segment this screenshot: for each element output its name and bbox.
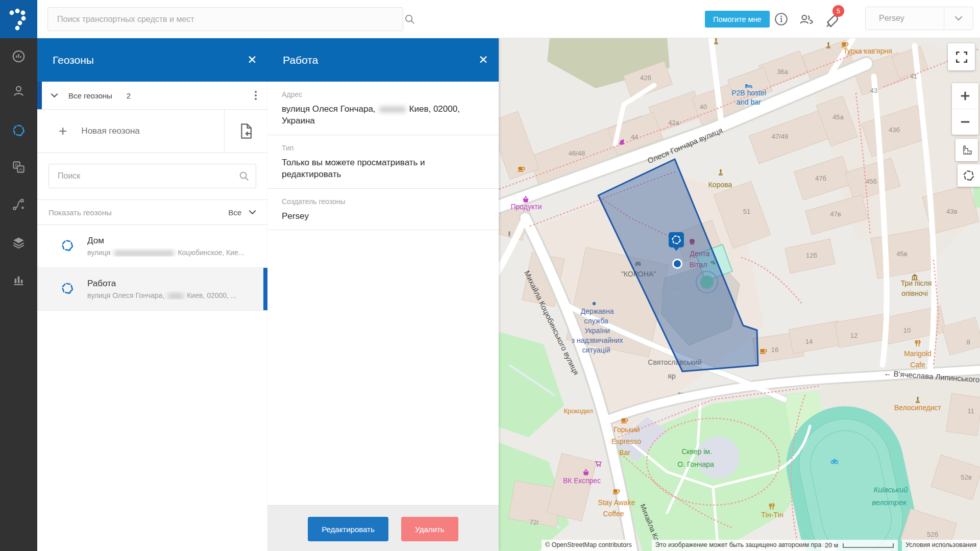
sidebar-item-reports[interactable] [8, 269, 29, 290]
plus-icon [960, 90, 971, 102]
map-label: 12б [806, 252, 817, 259]
chevron-down-icon[interactable] [51, 91, 58, 100]
map-label: Cafe [910, 361, 925, 369]
measure-tool-button[interactable] [955, 139, 978, 161]
map-label: 47б [815, 174, 826, 182]
map-label: Київський [873, 485, 908, 494]
account-dropdown[interactable]: Persey [865, 7, 973, 30]
map-label: ВК Експрес [563, 477, 601, 485]
geofence-name: Работа [87, 279, 251, 289]
delete-button[interactable]: Удалить [401, 517, 458, 541]
redacted-address-segment [168, 293, 183, 299]
geofence-list-item-rabota[interactable]: Работа вулиця Олеся Гончара,Киев, 02000,… [37, 268, 267, 311]
map-label: Espresso [611, 437, 642, 445]
map-label: ситуацій [582, 346, 610, 354]
geofence-search-input[interactable] [49, 164, 256, 188]
map-label: 10 [903, 327, 911, 334]
map-label: Турка кав'ярня [843, 47, 892, 55]
sidebar-item-geofences[interactable] [8, 120, 29, 141]
show-geofences-filter[interactable]: Показать геозоны Все [37, 199, 267, 225]
map-label: служба [584, 317, 608, 325]
kebab-menu-icon[interactable] [244, 91, 267, 100]
close-icon[interactable]: ✕ [237, 53, 267, 67]
geofence-address: вулиця Олеся Гончара,Киев, 02000, ... [87, 291, 251, 299]
map-canvas[interactable]: Олеся Гончара вулицяМихайла Коцюбинськог… [499, 38, 980, 551]
fullscreen-button[interactable] [948, 43, 975, 70]
map-label: 40 [700, 103, 707, 111]
redacted-address-segment [379, 107, 406, 112]
group-count: 2 [127, 91, 244, 100]
layers-icon [12, 236, 26, 249]
copyright-notice: Это изображение может быть защищено авто… [652, 540, 836, 551]
sidebar-item-dashboard[interactable] [8, 46, 29, 67]
map-label: 47/49 [772, 133, 789, 140]
map-label: 43в [946, 208, 957, 215]
minus-icon [960, 116, 971, 128]
global-search-input[interactable] [48, 8, 403, 31]
route-icon [12, 197, 26, 211]
map-label: Крокодил [564, 407, 593, 415]
map-label: 72г [529, 518, 539, 526]
new-geofence-button[interactable]: + Новая геозона [37, 110, 224, 153]
sidebar-item-tasks[interactable]: B A [8, 157, 29, 178]
map-label: велотрек [872, 498, 907, 507]
map-label: з надзвичайних [571, 336, 623, 344]
sidebar-item-routes[interactable] [8, 194, 29, 215]
geofence-hexagon-icon [60, 281, 75, 297]
map-label: 46/48 [569, 149, 585, 157]
map-label: 45б [866, 178, 877, 185]
map-label: Велосипедист [894, 404, 942, 412]
zoom-controls [952, 83, 978, 135]
geofences-panel-header: Геозоны ✕ [37, 38, 267, 82]
sidebar-item-layers[interactable] [8, 232, 29, 253]
terms-of-use-link[interactable]: Условия использования [902, 540, 980, 551]
users-icon[interactable] [799, 12, 814, 28]
map-label: опівночі [901, 289, 928, 297]
sidebar-item-employees[interactable] [8, 81, 29, 102]
creator-field: Создатель геозоны Persey [267, 189, 499, 230]
map-label: О. Гончара [677, 460, 714, 468]
map-label: 51 [743, 208, 750, 215]
map-label: Stay Awake [598, 498, 635, 507]
person-icon [12, 84, 26, 98]
app-logo[interactable] [0, 0, 37, 38]
map-label: 42a [668, 119, 679, 127]
map-label: 43б [889, 126, 900, 134]
map-label: 16 [771, 346, 778, 354]
filter-label: Показать геозоны [48, 208, 228, 217]
tasks-ab-icon: B A [12, 160, 26, 174]
address-field: Адрес вулиця Олеся Гончара,Киев, 02000, … [267, 82, 499, 135]
help-button[interactable]: Помогите мне [705, 11, 770, 28]
map-attribution-bar: © OpenStreetMap contributors Это изображ… [499, 540, 980, 551]
search-icon [238, 170, 250, 184]
map-label: 44 [631, 133, 638, 141]
dashboard-icon [12, 49, 26, 63]
map-label: P2B hostel [731, 89, 766, 97]
import-file-icon [238, 123, 254, 139]
search-icon[interactable] [404, 13, 415, 27]
type-value: Только вы можете просматривать и редакти… [282, 157, 484, 181]
map-label: Marigold [904, 349, 932, 358]
osm-attribution[interactable]: © OpenStreetMap contributors [542, 540, 635, 551]
new-geofence-row: + Новая геозона [37, 110, 267, 153]
zoom-out-button[interactable] [952, 109, 978, 135]
geofence-list-item-dom[interactable]: Дом вулицяКоцюбинское, Кие... [37, 225, 267, 268]
geofence-group-row[interactable]: Все геозоны 2 [37, 82, 267, 110]
chevron-down-icon [249, 210, 256, 215]
close-icon[interactable]: ✕ [468, 53, 499, 67]
map-label: 41 [910, 72, 917, 80]
creator-value: Persey [282, 210, 484, 222]
details-title: Работа [267, 54, 468, 66]
account-name: Persey [866, 14, 944, 23]
edit-button[interactable]: Редактировать [308, 517, 388, 541]
geofence-tool-button[interactable] [958, 164, 980, 187]
chevron-down-icon [944, 16, 973, 21]
import-geofence-button[interactable] [224, 110, 267, 153]
map-label: Три після [901, 279, 932, 287]
map-label: 45в [896, 250, 907, 258]
map-label: яр [668, 372, 676, 380]
info-icon[interactable] [774, 12, 788, 28]
map-label: 36a [777, 68, 788, 76]
map-label: and bar [737, 98, 761, 106]
zoom-in-button[interactable] [952, 83, 978, 109]
